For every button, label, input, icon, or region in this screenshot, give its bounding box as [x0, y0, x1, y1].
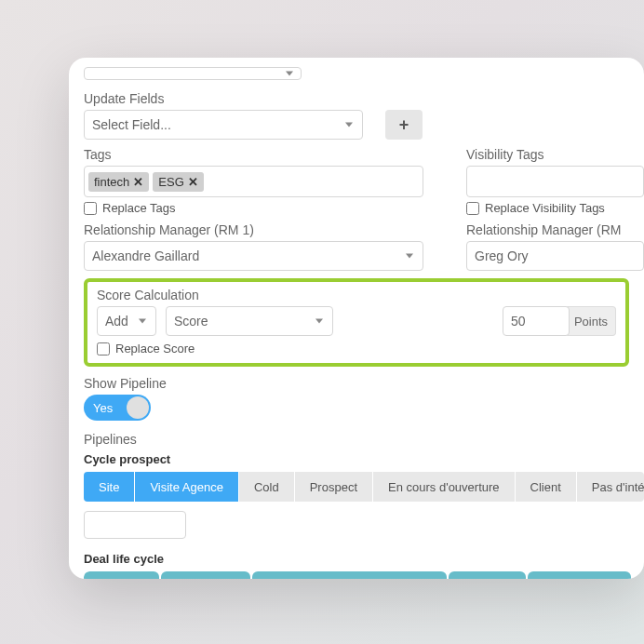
tag-chip[interactable]: fintech ✕ — [88, 172, 149, 192]
pipeline-extra-input[interactable] — [84, 511, 186, 539]
plus-icon: + — [399, 115, 409, 135]
tag-text: fintech — [94, 175, 129, 189]
pipeline-group-title: Cycle prospect — [84, 452, 644, 466]
chevron-down-icon — [315, 319, 323, 324]
tab-visite-agence[interactable]: Visite Agence — [135, 472, 239, 502]
show-pipeline-toggle[interactable]: Yes — [84, 395, 151, 421]
replace-visibility-tags-row[interactable]: Replace Visibility Tags — [466, 201, 644, 215]
visibility-tags-input[interactable] — [466, 166, 644, 197]
deal-life-cycle-title: Deal life cycle — [84, 552, 644, 566]
show-pipeline-label: Show Pipeline — [84, 376, 644, 391]
replace-score-row[interactable]: Replace Score — [97, 342, 616, 356]
score-value-input[interactable]: 50 — [503, 306, 570, 336]
chevron-down-icon — [345, 123, 353, 127]
toggle-knob — [127, 396, 149, 419]
tab-nda-signed[interactable]: NDA signed — [161, 571, 251, 579]
tags-label: Tags — [84, 147, 423, 162]
tag-chip[interactable]: ESG ✕ — [153, 172, 203, 192]
pipelines-label: Pipelines — [84, 432, 644, 447]
update-fields-select[interactable]: Select Field... — [84, 110, 363, 140]
chevron-down-icon — [139, 319, 146, 324]
score-op-select[interactable]: Add — [97, 306, 156, 336]
close-icon[interactable]: ✕ — [188, 175, 198, 189]
tab-cold[interactable]: Cold — [239, 472, 295, 502]
score-value: 50 — [511, 314, 526, 329]
top-field-select[interactable] — [84, 67, 302, 80]
rm1-select[interactable]: Alexandre Gaillard — [84, 241, 423, 271]
score-op-value: Add — [105, 314, 128, 329]
replace-visibility-tags-label: Replace Visibility Tags — [485, 201, 605, 215]
visibility-tags-label: Visibility Tags — [466, 147, 644, 162]
rm2-value: Greg Ory — [475, 248, 529, 263]
replace-score-label: Replace Score — [115, 342, 195, 356]
score-field-select[interactable]: Score — [166, 306, 333, 336]
replace-tags-row[interactable]: Replace Tags — [84, 201, 423, 215]
tab-incoming[interactable]: Incoming — [84, 571, 159, 579]
cycle-prospect-tabs: Site Visite Agence Cold Prospect En cour… — [84, 472, 644, 502]
settings-card: Update Fields Select Field... + Tags fin… — [69, 58, 644, 579]
tab-bp-legal[interactable]: BP - Legal documents received — [252, 571, 446, 579]
chevron-down-icon — [286, 72, 293, 76]
tab-en-cours[interactable]: En cours d'ouverture — [373, 472, 516, 502]
add-field-button[interactable]: + — [385, 110, 423, 140]
rm1-value: Alexandre Gaillard — [92, 248, 199, 263]
close-icon[interactable]: ✕ — [133, 175, 143, 189]
rm2-select[interactable]: Greg Ory — [466, 241, 644, 271]
score-calculation-section: Score Calculation Add Score 50 Points Re… — [84, 278, 629, 367]
score-section-label: Score Calculation — [97, 288, 616, 302]
score-field-value: Score — [174, 314, 208, 329]
tags-input[interactable]: fintech ✕ ESG ✕ — [84, 166, 423, 197]
replace-tags-checkbox[interactable] — [84, 202, 97, 215]
update-fields-label: Update Fields — [84, 91, 644, 106]
deal-life-cycle-tabs: Incoming NDA signed BP - Legal documents… — [84, 571, 644, 579]
update-fields-placeholder: Select Field... — [92, 117, 171, 132]
tab-prospect[interactable]: Prospect — [295, 472, 373, 502]
tab-site[interactable]: Site — [84, 472, 135, 502]
replace-tags-label: Replace Tags — [102, 201, 176, 215]
replace-visibility-tags-checkbox[interactable] — [466, 202, 479, 215]
chevron-down-icon — [406, 254, 413, 259]
tab-pas-interet[interactable]: Pas d'inté — [577, 472, 644, 502]
tab-distribution[interactable]: Distribution co — [528, 571, 630, 579]
rm1-label: Relationship Manager (RM 1) — [84, 222, 423, 237]
score-unit-label: Points — [567, 306, 616, 336]
replace-score-checkbox[interactable] — [97, 342, 110, 356]
toggle-value: Yes — [93, 401, 113, 415]
rm2-label: Relationship Manager (RM — [466, 222, 644, 237]
tab-client[interactable]: Client — [516, 472, 577, 502]
tab-approved[interactable]: Approved — [449, 571, 527, 579]
tag-text: ESG — [158, 175, 183, 189]
